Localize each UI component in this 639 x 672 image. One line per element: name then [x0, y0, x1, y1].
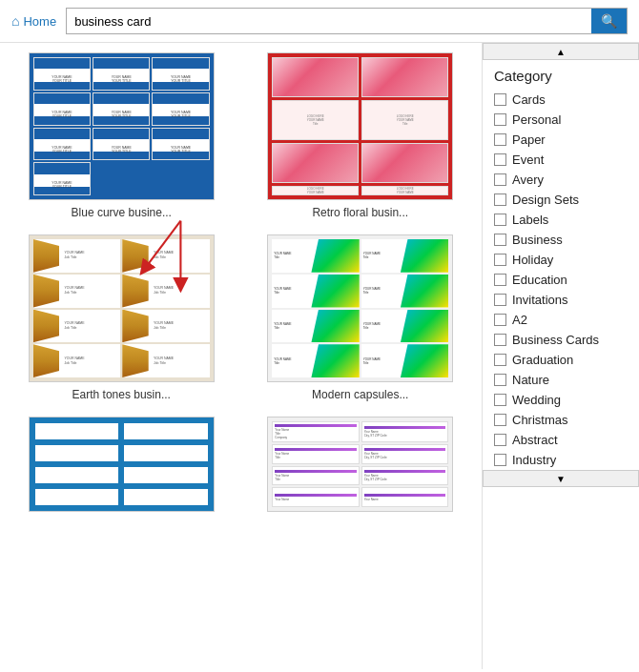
template-label: Retro floral busin... [312, 206, 408, 219]
category-label: Christmas [512, 413, 568, 427]
card-cell: YOUR NAMEYOUR TITLE [33, 128, 91, 161]
category-checkbox[interactable] [494, 354, 506, 366]
card-cell: YOUR NAMETitle [361, 310, 449, 343]
category-item[interactable]: Avery [483, 170, 639, 190]
category-label: Holiday [512, 253, 553, 267]
category-item[interactable]: Industry [483, 450, 639, 470]
card-cell [33, 443, 121, 463]
card-cell: YOUR NAMEYOUR TITLE [33, 162, 91, 195]
card-cell [122, 443, 210, 463]
card-cell [272, 57, 359, 97]
category-checkbox[interactable] [494, 414, 506, 426]
card-cell: YOUR NAMETitle [272, 310, 360, 343]
scroll-up-icon: ▲ [556, 47, 566, 57]
template-thumbnail: Your NameTitleCompany Your NameCity, ST … [267, 417, 453, 512]
card-cell: YOUR NAMEYOUR TITLE [152, 92, 209, 126]
category-checkbox[interactable] [494, 334, 506, 346]
category-item[interactable]: Invitations [483, 290, 639, 310]
card-cell: YOUR NAMEJob Title [122, 310, 210, 343]
category-checkbox[interactable] [494, 234, 506, 246]
card-cell: Your NameTitleCompany [272, 421, 360, 442]
scroll-down-button[interactable]: ▼ [483, 470, 639, 487]
category-label: Nature [512, 373, 549, 387]
category-item[interactable]: Abstract [483, 430, 639, 450]
category-item[interactable]: A2 [483, 310, 639, 330]
category-item[interactable]: Labels [483, 210, 639, 230]
category-checkbox[interactable] [494, 254, 506, 266]
category-item[interactable]: Event [483, 150, 639, 170]
card-cell: YOUR NAMEYOUR TITLE [33, 92, 91, 126]
card-cell: YOUR NAMEYOUR TITLE [93, 92, 150, 126]
template-item[interactable]: YOUR NAMEYOUR TITLE YOUR NAMEYOUR TITLE … [13, 52, 230, 219]
category-item[interactable]: Graduation [483, 350, 639, 370]
category-item[interactable]: Nature [483, 370, 639, 390]
category-item[interactable]: Design Sets [483, 190, 639, 210]
category-checkbox[interactable] [494, 274, 506, 286]
category-checkbox[interactable] [494, 193, 506, 206]
card-cell: LOGO HEREYOUR NAMETitle [361, 100, 448, 140]
card-cell: YOUR NAMEJob Title [33, 310, 121, 343]
card-cell: YOUR NAMEJob Title [122, 239, 210, 273]
category-item[interactable]: Education [483, 270, 639, 290]
category-item[interactable]: Business Cards [483, 330, 639, 350]
category-item[interactable]: Personal [483, 110, 639, 130]
category-checkbox[interactable] [494, 173, 506, 186]
category-item[interactable]: Wedding [483, 390, 639, 410]
category-checkbox[interactable] [494, 374, 506, 386]
template-item[interactable]: Your NameTitleCompany Your NameCity, ST … [253, 417, 469, 518]
template-label: Blue curve busine... [72, 206, 172, 219]
template-label: Modern capsules... [312, 388, 408, 401]
template-grid: YOUR NAMEYOUR TITLE YOUR NAMEYOUR TITLE … [13, 52, 468, 518]
template-item[interactable]: YOUR NAMEJob Title YOUR NAMEJob Title YO… [13, 234, 230, 401]
template-item[interactable]: LOGO HEREYOUR NAMETitle LOGO HEREYOUR NA… [253, 52, 469, 219]
category-label: Graduation [512, 353, 573, 367]
category-item[interactable]: Christmas [483, 410, 639, 430]
card-cell: YOUR NAMEJob Title [122, 275, 210, 308]
category-checkbox[interactable] [494, 153, 506, 166]
template-item[interactable] [13, 417, 230, 518]
card-cell [361, 57, 448, 97]
category-checkbox[interactable] [494, 394, 506, 406]
category-label: Business [512, 233, 563, 247]
card-cell: YOUR NAMEYOUR TITLE [93, 128, 150, 161]
category-item[interactable]: Holiday [483, 250, 639, 270]
search-input[interactable] [67, 10, 591, 32]
card-cell: YOUR NAMETitle [272, 239, 360, 273]
card-cell: Your Name [361, 487, 449, 507]
card-cell: LOGO HEREYOUR NAME [361, 186, 448, 195]
card-cell: YOUR NAMEJob Title [33, 239, 121, 273]
category-sidebar: ▲ Category CardsPersonalPaperEventAveryD… [482, 43, 639, 669]
category-checkbox[interactable] [494, 113, 506, 126]
scroll-up-button[interactable]: ▲ [483, 43, 639, 60]
card-cell [33, 465, 121, 485]
category-checkbox[interactable] [494, 434, 506, 446]
card-cell [33, 421, 121, 441]
category-checkbox[interactable] [494, 214, 506, 226]
category-label: Avery [512, 173, 544, 187]
card-cell: LOGO HEREYOUR NAMETitle [272, 100, 359, 140]
category-item[interactable]: Paper [483, 130, 639, 150]
category-checkbox[interactable] [494, 133, 506, 146]
card-cell: YOUR NAMETitle [361, 344, 449, 377]
card-cell: YOUR NAMEJob Title [33, 275, 121, 308]
category-item[interactable]: Cards [483, 90, 639, 110]
card-cell [122, 465, 210, 485]
home-button[interactable]: ⌂ Home [11, 13, 56, 29]
category-checkbox[interactable] [494, 93, 506, 106]
category-label: Design Sets [512, 193, 579, 207]
card-cell: LOGO HEREYOUR NAME [272, 186, 359, 195]
category-checkbox[interactable] [494, 454, 506, 466]
search-button[interactable]: 🔍 [591, 9, 627, 33]
category-checkbox[interactable] [494, 314, 506, 326]
card-cell [122, 487, 210, 507]
main-layout: YOUR NAMEYOUR TITLE YOUR NAMEYOUR TITLE … [0, 43, 639, 669]
card-cell: YOUR NAMETitle [272, 275, 360, 308]
template-label: Earth tones busin... [72, 388, 171, 401]
category-label: Cards [512, 92, 546, 107]
category-checkbox[interactable] [494, 294, 506, 306]
card-cell: YOUR NAMETitle [272, 344, 360, 377]
template-thumbnail: YOUR NAMEJob Title YOUR NAMEJob Title YO… [29, 234, 215, 382]
category-item[interactable]: Business [483, 230, 639, 250]
template-item[interactable]: YOUR NAMETitle YOUR NAMETitle YOUR NAMET… [253, 234, 469, 401]
card-cell: YOUR NAMEYOUR TITLE [33, 57, 91, 91]
